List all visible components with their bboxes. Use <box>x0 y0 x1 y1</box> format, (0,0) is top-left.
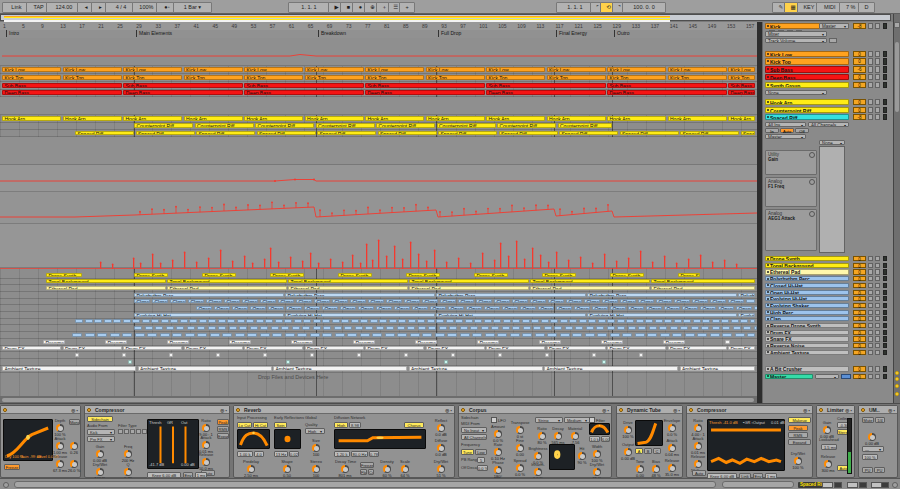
clip-high-perc[interactable] <box>281 326 289 330</box>
ambient-texture-activator[interactable] <box>868 350 873 355</box>
knob-dial[interactable] <box>341 465 349 473</box>
button-chorus[interactable]: Chorus <box>404 422 424 428</box>
knob-dial[interactable] <box>516 444 524 452</box>
auto-scroll-toggle[interactable] <box>894 22 900 28</box>
knob-dial[interactable] <box>202 424 210 432</box>
device-title-dynamic-tube[interactable]: Dynamic Tube◎ ▪ <box>617 406 682 414</box>
clip-kick-low[interactable]: Kick Low <box>365 67 424 72</box>
evolving-hi-hat-volume[interactable]: 0 <box>853 296 866 301</box>
knob-dial[interactable] <box>401 465 409 473</box>
clip-evolving-hi-hat[interactable]: Evolving Hi-Hat <box>285 313 435 317</box>
clip-clap[interactable] <box>585 333 595 337</box>
clip-clap[interactable] <box>710 333 720 337</box>
clip-reverse-noise[interactable] <box>444 360 448 364</box>
kick-activator[interactable] <box>868 23 873 29</box>
clip-high-perc[interactable] <box>229 326 237 330</box>
clip-closed-hi-hat[interactable]: Closed Hi-Hat <box>422 299 438 303</box>
device-title-um-[interactable]: UM..◎ ▪ <box>859 406 897 414</box>
drone-synth-solo[interactable] <box>875 256 880 261</box>
chain-device-block[interactable] <box>822 482 833 488</box>
knob-dial[interactable] <box>56 424 64 432</box>
knob-dial[interactable] <box>437 424 445 432</box>
knob-fine[interactable]: Fine0.00 <box>510 439 530 457</box>
clip-tonal-background[interactable]: Tonal Background <box>288 279 408 283</box>
clip-evolving-shaker[interactable] <box>674 319 682 323</box>
clip-evolving-shaker[interactable] <box>712 319 720 323</box>
clip-high-perc[interactable] <box>586 326 594 330</box>
clip-high-perc[interactable] <box>733 326 741 330</box>
track-header-reverse-noise[interactable]: Reverse Noise <box>765 343 849 348</box>
polyrhythm-perc-solo[interactable] <box>875 276 880 281</box>
clip-clap[interactable] <box>672 333 682 337</box>
clip-sub-bass[interactable]: Sub Bass <box>607 83 727 88</box>
clip-snare-fx[interactable] <box>498 353 502 357</box>
clip-closed-hi-hat[interactable]: Closed Hi-Hat <box>656 299 672 303</box>
clip-kick-top[interactable]: Kick Top <box>547 75 606 80</box>
button-spin[interactable]: Spin <box>274 422 287 428</box>
clip-high-perc[interactable] <box>250 326 258 330</box>
clip-clap[interactable] <box>472 333 482 337</box>
clip-kick-top[interactable]: Kick Top <box>365 75 424 80</box>
clip-clap[interactable] <box>85 333 95 337</box>
clip-drone-synth[interactable]: Drone Synth <box>134 273 168 277</box>
clip-spaced-riff[interactable]: Spaced Riff <box>559 131 618 136</box>
lane-header-gain[interactable]: UtilityGain <box>765 150 817 175</box>
clip-clap[interactable] <box>622 333 632 337</box>
dropdown-string[interactable]: String▾ <box>535 417 563 423</box>
clip-high-perc[interactable] <box>418 326 426 330</box>
clip-ethereal-pad[interactable]: Ethereal Pad <box>46 286 166 290</box>
clip-sub-bass[interactable]: Sub Bass <box>244 83 364 88</box>
clip-high-perc[interactable] <box>743 326 751 330</box>
knob-depth[interactable]: Depth100 % <box>50 419 70 437</box>
clip-snare-fx[interactable] <box>451 353 455 357</box>
device-power-button[interactable] <box>689 408 693 412</box>
clip-ethereal-pad[interactable]: Ethereal Pad <box>530 286 650 290</box>
device-title-limiter[interactable]: Limiter◎ ▪ <box>817 406 854 414</box>
clip-closed-hi-hat[interactable]: Closed Hi-Hat <box>134 299 150 303</box>
clip-open-hi-hat[interactable]: Open Hi-Hat <box>682 306 698 310</box>
arrangement-area[interactable]: Kick LowKick LowKick LowKick LowKick Low… <box>0 38 757 396</box>
clip-reverse-drone-synth[interactable]: Reverse Drone Synth <box>291 340 313 344</box>
clip-open-hi-hat[interactable]: Open Hi-Hat <box>736 306 752 310</box>
clip-high-perc[interactable] <box>365 326 373 330</box>
button-peak[interactable]: Peak <box>788 425 808 431</box>
hook-arp-activator[interactable] <box>868 99 873 105</box>
clip-open-hi-hat[interactable]: Open Hi-Hat <box>484 306 500 310</box>
clip-evolving-shaker[interactable] <box>370 319 378 323</box>
clip-clap[interactable] <box>485 333 495 337</box>
button-cut[interactable]: Cut <box>368 469 374 475</box>
clip-evolving-shaker[interactable] <box>493 319 501 323</box>
knob-dial[interactable] <box>516 426 524 434</box>
reverse-noise-solo[interactable] <box>875 343 880 348</box>
clip-high-perc[interactable] <box>271 326 279 330</box>
knob-decay-time[interactable]: Decay Time801 ms <box>335 460 355 478</box>
track-header-deep-bass[interactable]: Deep Bass <box>765 74 849 80</box>
clip-evolving-shaker[interactable] <box>740 319 748 323</box>
clip-high-perc[interactable] <box>187 326 195 330</box>
counterpoint-riff-volume[interactable]: 0 <box>853 107 866 113</box>
clip-drum-fx[interactable]: Drum FX <box>668 346 727 350</box>
clip-reverse-drone-synth[interactable]: Reverse Drone Synth <box>415 340 437 344</box>
locator-intro[interactable]: Intro <box>6 30 19 37</box>
knob-shape[interactable]: Shape0.50 <box>277 460 297 478</box>
clip-high-perc[interactable] <box>502 326 510 330</box>
clip-clap[interactable] <box>597 333 607 337</box>
high-perc-solo[interactable] <box>875 310 880 315</box>
deep-bass-activator[interactable] <box>868 74 873 80</box>
field[interactable]: 1.00 k <box>237 451 253 457</box>
clip-evolving-shaker[interactable] <box>360 319 368 323</box>
clip-kick-low[interactable]: Kick Low <box>184 67 243 72</box>
knob-knob[interactable]: 26.0 % <box>64 455 84 473</box>
clip-evolving-shaker[interactable] <box>598 319 606 323</box>
knob-stereo[interactable]: Stereo100 <box>306 460 326 478</box>
clip-evolving-shaker[interactable] <box>275 319 283 323</box>
clip-open-hi-hat[interactable]: Open Hi-Hat <box>448 306 464 310</box>
clip-spaced-riff[interactable]: Spaced Riff <box>136 131 195 136</box>
clip-high-perc[interactable] <box>323 326 331 330</box>
clip-high-perc[interactable] <box>355 326 363 330</box>
clip-drone-synth[interactable]: Drone Synth <box>202 273 236 277</box>
clip-open-hi-hat[interactable]: Open Hi-Hat <box>322 306 338 310</box>
clip-closed-hi-hat[interactable]: Closed Hi-Hat <box>512 299 528 303</box>
hook-arp-solo[interactable] <box>875 99 880 105</box>
clip-closed-hi-hat[interactable]: Closed Hi-Hat <box>566 299 582 303</box>
